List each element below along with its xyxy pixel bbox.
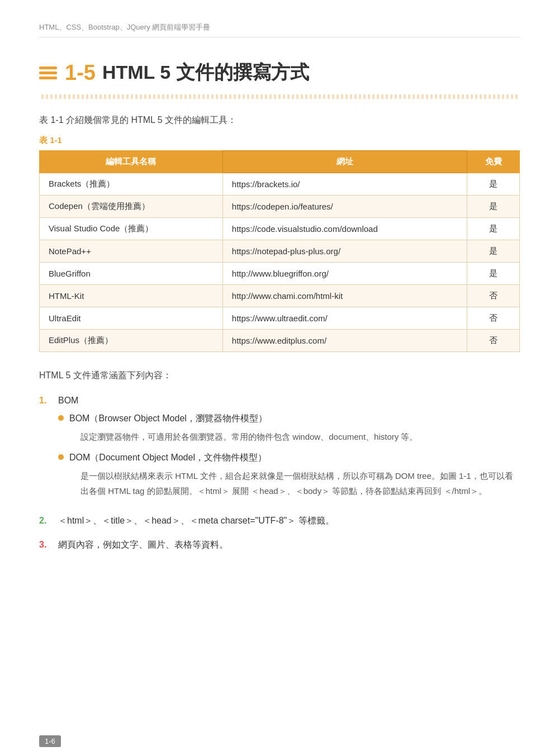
table-cell-5-1: http://www.chami.com/html-kit <box>222 285 467 307</box>
table-row: Brackets（推薦）https://brackets.io/是 <box>40 173 520 196</box>
list-number-1: 1. <box>39 393 55 408</box>
list-content-2: ＜html＞、＜title＞、＜head＞、＜meta charset="UTF… <box>58 513 520 528</box>
table-row: Codepen（雲端使用推薦）https://codepen.io/featur… <box>40 196 520 218</box>
bullet-item-1-1: BOM（Browser Object Model，瀏覽器物件模型）設定瀏覽器物件… <box>58 411 520 444</box>
table-cell-0-1: https://brackets.io/ <box>222 173 467 196</box>
table-cell-2-2: 是 <box>467 218 520 240</box>
html5-content-intro: HTML 5 文件通常涵蓋下列內容： <box>39 368 520 383</box>
list-main-text-1: BOM <box>58 396 78 405</box>
col-header-url: 網址 <box>222 151 467 173</box>
table-cell-6-1: https://www.ultraedit.com/ <box>222 307 467 330</box>
bullet-content-1-1: BOM（Browser Object Model，瀏覽器物件模型）設定瀏覽器物件… <box>69 411 520 444</box>
table-body: Brackets（推薦）https://brackets.io/是Codepen… <box>40 173 520 352</box>
section-number: 1-5 <box>65 61 96 85</box>
section-stripe <box>39 66 57 79</box>
bullet-detail-1-2: 是一個以樹狀結構來表示 HTML 文件，組合起來就像是一個樹狀結構，所以亦可稱為… <box>80 468 520 498</box>
stripe-2 <box>39 72 57 74</box>
table-cell-7-2: 否 <box>467 330 520 352</box>
list-number-2: 2. <box>39 513 55 528</box>
list-item-1: 1.BOMBOM（Browser Object Model，瀏覽器物件模型）設定… <box>39 393 520 504</box>
table-cell-3-1: https://notepad-plus-plus.org/ <box>222 240 467 263</box>
col-header-name: 編輯工具名稱 <box>40 151 223 173</box>
bullet-list-1: BOM（Browser Object Model，瀏覽器物件模型）設定瀏覽器物件… <box>58 411 520 498</box>
table-intro: 表 1-1 介紹幾個常見的 HTML 5 文件的編輯工具： <box>39 112 520 127</box>
stripe-1 <box>39 66 57 69</box>
table-cell-6-0: UltraEdit <box>40 307 223 330</box>
table-cell-5-2: 否 <box>467 285 520 307</box>
bullet-dot-1-1 <box>58 415 64 421</box>
page-footer: 1-6 <box>39 735 61 747</box>
table-cell-2-0: Visual Studio Code（推薦） <box>40 218 223 240</box>
table-cell-0-0: Brackets（推薦） <box>40 173 223 196</box>
table-row: EditPlus（推薦）https://www.editplus.com/否 <box>40 330 520 352</box>
table-cell-4-0: BlueGriffon <box>40 263 223 285</box>
table-cell-5-0: HTML-Kit <box>40 285 223 307</box>
bullet-detail-1-1: 設定瀏覽器物件，可適用於各個瀏覽器。常用的物件包含 window、documen… <box>80 429 520 444</box>
table-row: UltraEdithttps://www.ultraedit.com/否 <box>40 307 520 330</box>
bullet-title-1-1: BOM（Browser Object Model，瀏覽器物件模型） <box>69 411 520 426</box>
list-number-3: 3. <box>39 537 55 552</box>
wavy-divider <box>39 94 520 99</box>
section-title: HTML 5 文件的撰寫方式 <box>102 60 309 85</box>
table-cell-1-2: 是 <box>467 196 520 218</box>
table-cell-7-0: EditPlus（推薦） <box>40 330 223 352</box>
col-header-free: 免費 <box>467 151 520 173</box>
bullet-title-1-2: DOM（Document Object Model，文件物件模型） <box>69 450 520 465</box>
list-item-2: 2.＜html＞、＜title＞、＜head＞、＜meta charset="U… <box>39 513 520 528</box>
stripe-3 <box>39 77 57 79</box>
table-cell-4-1: http://www.bluegriffon.org/ <box>222 263 467 285</box>
table-cell-3-0: NotePad++ <box>40 240 223 263</box>
bullet-content-1-2: DOM（Document Object Model，文件物件模型）是一個以樹狀結… <box>69 450 520 498</box>
section-header: 1-5 HTML 5 文件的撰寫方式 <box>39 60 520 89</box>
table-cell-3-2: 是 <box>467 240 520 263</box>
table-row: Visual Studio Code（推薦）https://code.visua… <box>40 218 520 240</box>
breadcrumb: HTML、CSS、Bootstrap、JQuery 網頁前端學習手冊 <box>39 22 520 37</box>
table-cell-7-1: https://www.editplus.com/ <box>222 330 467 352</box>
table-cell-4-2: 是 <box>467 263 520 285</box>
table-row: HTML-Kithttp://www.chami.com/html-kit否 <box>40 285 520 307</box>
table-cell-1-1: https://codepen.io/features/ <box>222 196 467 218</box>
list-content-3: 網頁內容，例如文字、圖片、表格等資料。 <box>58 537 520 552</box>
table-cell-6-2: 否 <box>467 307 520 330</box>
list-item-3: 3.網頁內容，例如文字、圖片、表格等資料。 <box>39 537 520 552</box>
table-cell-0-2: 是 <box>467 173 520 196</box>
table-cell-1-0: Codepen（雲端使用推薦） <box>40 196 223 218</box>
bullet-item-1-2: DOM（Document Object Model，文件物件模型）是一個以樹狀結… <box>58 450 520 498</box>
bullet-dot-1-2 <box>58 454 64 460</box>
table-cell-2-1: https://code.visualstudio.com/download <box>222 218 467 240</box>
editor-table: 編輯工具名稱 網址 免費 Brackets（推薦）https://bracket… <box>39 150 520 352</box>
page-wrapper: HTML、CSS、Bootstrap、JQuery 網頁前端學習手冊 1-5 H… <box>0 0 559 756</box>
numbered-list: 1.BOMBOM（Browser Object Model，瀏覽器物件模型）設定… <box>39 393 520 552</box>
table-row: BlueGriffonhttp://www.bluegriffon.org/是 <box>40 263 520 285</box>
table-row: NotePad++https://notepad-plus-plus.org/是 <box>40 240 520 263</box>
list-content-1: BOMBOM（Browser Object Model，瀏覽器物件模型）設定瀏覽… <box>58 393 520 504</box>
table-label: 表 1-1 <box>39 135 520 146</box>
table-header: 編輯工具名稱 網址 免費 <box>40 151 520 173</box>
